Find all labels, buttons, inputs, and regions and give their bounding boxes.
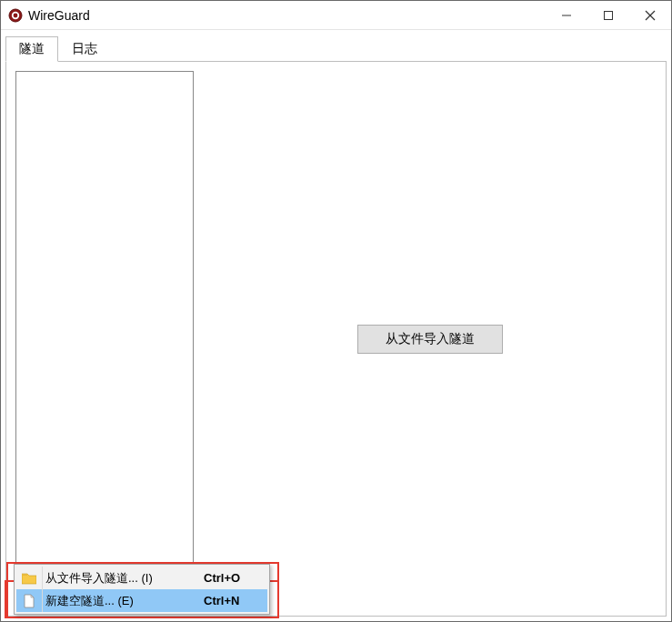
menu-item-shortcut: Ctrl+N: [204, 594, 267, 607]
import-button-label: 从文件导入隧道: [386, 331, 475, 346]
app-icon: [8, 8, 23, 23]
minimize-icon: [561, 10, 572, 21]
menu-item-label: 从文件导入隧道... (I): [45, 570, 204, 587]
tab-content: 从文件导入隧道 新建隧道: [5, 61, 667, 617]
maximize-icon: [603, 10, 614, 21]
import-from-file-button[interactable]: 从文件导入隧道: [357, 325, 503, 354]
tab-strip: 隧道 日志: [1, 30, 671, 61]
tab-label: 隧道: [19, 41, 45, 55]
menu-new-empty-tunnel[interactable]: 新建空隧道... (E) Ctrl+N: [16, 589, 267, 612]
menu-item-label: 新建空隧道... (E): [45, 593, 204, 609]
window-title: WireGuard: [28, 8, 546, 23]
app-window: WireGuard 隧道 日志: [0, 0, 672, 622]
menu-gutter: [42, 567, 43, 612]
maximize-button[interactable]: [587, 1, 629, 29]
tunnel-list[interactable]: [15, 71, 194, 607]
tab-logs[interactable]: 日志: [58, 36, 111, 62]
minimize-button[interactable]: [546, 1, 587, 29]
add-tunnel-menu: 从文件导入隧道... (I) Ctrl+O 新建空隧道... (E) Ctrl+…: [14, 564, 270, 615]
svg-point-2: [14, 13, 18, 17]
tab-label: 日志: [72, 41, 97, 55]
close-button[interactable]: [629, 1, 671, 29]
menu-item-shortcut: Ctrl+O: [204, 571, 267, 585]
svg-rect-4: [605, 11, 613, 19]
popup-anchor: 从文件导入隧道... (I) Ctrl+O 新建空隧道... (E) Ctrl+…: [14, 564, 270, 615]
tunnel-detail-pane: 从文件导入隧道: [203, 71, 657, 607]
window-controls: [546, 1, 671, 29]
close-icon: [645, 10, 656, 21]
tab-tunnels[interactable]: 隧道: [5, 36, 58, 62]
menu-import-from-file[interactable]: 从文件导入隧道... (I) Ctrl+O: [16, 567, 267, 589]
svg-marker-20: [31, 595, 34, 597]
content-body: 从文件导入隧道: [6, 62, 666, 616]
svg-rect-18: [22, 574, 27, 576]
titlebar: WireGuard: [1, 1, 671, 30]
folder-icon: [20, 569, 38, 587]
new-file-icon: [20, 592, 38, 610]
